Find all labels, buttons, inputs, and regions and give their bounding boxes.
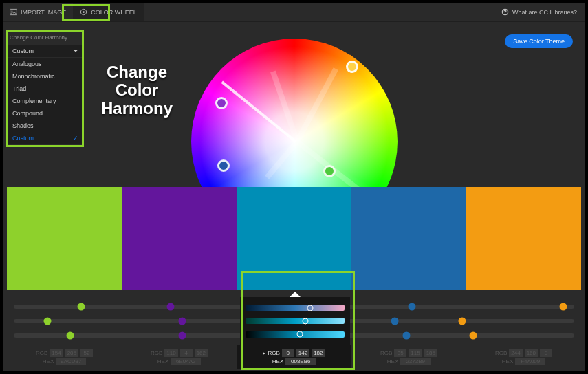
harmony-option-complementary[interactable]: Complementary <box>8 95 83 107</box>
harmony-panel-title: Change Color Harmony <box>8 34 83 45</box>
harmony-option-shades[interactable]: Shades <box>8 120 83 132</box>
harmony-panel: Change Color Harmony Custom AnalogousMon… <box>8 34 83 144</box>
slider-handle[interactable] <box>178 317 186 324</box>
wheel-marker[interactable] <box>215 97 228 109</box>
harmony-select[interactable]: Custom <box>8 45 83 57</box>
save-color-theme-button[interactable]: Save Color Theme <box>505 34 573 48</box>
help-icon <box>501 8 509 16</box>
tab-import-image[interactable]: IMPORT IMAGE <box>3 3 73 21</box>
value-cell-4: RGB2441609HEXF4A009 <box>466 345 581 368</box>
slider-handle[interactable] <box>167 303 175 311</box>
tab-color-wheel[interactable]: COLOR WHEEL <box>73 3 144 21</box>
wheel-marker[interactable] <box>217 160 230 172</box>
color-wheel-icon <box>80 8 87 16</box>
base-color-indicator-icon <box>290 292 301 297</box>
slider-handle[interactable] <box>391 317 399 324</box>
swatch-row <box>7 187 581 290</box>
slider-handle[interactable] <box>43 317 51 324</box>
slider-handle[interactable] <box>297 331 303 338</box>
tab-import-label: IMPORT IMAGE <box>21 9 66 16</box>
slider-handle[interactable] <box>307 305 313 311</box>
harmony-option-monochromatic[interactable]: Monochromatic <box>8 70 83 82</box>
harmony-option-triad[interactable]: Triad <box>8 82 83 95</box>
slider-handle[interactable] <box>459 317 466 324</box>
value-row: RGB15420552HEX9ACD37RGB1104162HEX6E04A2▸… <box>7 345 581 368</box>
slider-handle[interactable] <box>402 331 410 339</box>
image-icon <box>10 8 17 16</box>
svg-point-5 <box>505 14 505 14</box>
slider-handle[interactable] <box>559 303 567 311</box>
tab-color-wheel-label: COLOR WHEEL <box>91 9 137 16</box>
wheel-marker[interactable] <box>323 165 336 177</box>
harmony-select-value: Custom <box>12 47 34 54</box>
base-gradient-slider[interactable] <box>246 331 345 338</box>
harmony-option-analogous[interactable]: Analogous <box>8 58 83 70</box>
harmony-option-compound[interactable]: Compound <box>8 107 83 120</box>
swatch-2[interactable] <box>237 187 351 290</box>
swatch-3[interactable] <box>351 187 466 290</box>
slider-handle[interactable] <box>66 331 74 339</box>
value-cell-0: RGB15420552HEX9ACD37 <box>7 345 122 368</box>
slider-handle[interactable] <box>302 318 308 324</box>
slider-handle[interactable] <box>408 303 415 311</box>
base-color-sliders <box>240 297 350 345</box>
swatch-0[interactable] <box>7 187 122 290</box>
slider-handle[interactable] <box>470 331 477 339</box>
value-cell-1: RGB1104162HEX6E04A2 <box>122 345 237 368</box>
svg-point-3 <box>83 11 85 13</box>
help-label: What are CC Libraries? <box>512 9 577 16</box>
svg-rect-0 <box>10 9 17 14</box>
value-cell-3: RGB35115185HEX2373B9 <box>351 345 466 368</box>
harmony-option-custom[interactable]: Custom <box>8 132 83 144</box>
swatch-1[interactable] <box>122 187 237 290</box>
help-link[interactable]: What are CC Libraries? <box>493 3 585 21</box>
harmony-options: AnalogousMonochromaticTriadComplementary… <box>8 58 83 144</box>
base-gradient-slider[interactable] <box>246 305 345 311</box>
chevron-down-icon <box>73 48 78 54</box>
wheel-marker[interactable] <box>346 60 358 73</box>
slider-handle[interactable] <box>77 303 85 311</box>
svg-point-1 <box>12 10 13 12</box>
value-cell-2: ▸ RGB0142182HEX008EB6 <box>237 345 351 368</box>
base-gradient-slider[interactable] <box>246 318 345 324</box>
slider-handle[interactable] <box>178 331 186 339</box>
swatch-4[interactable] <box>466 187 581 290</box>
annotation-change-color-harmony: Change Color Harmony <box>92 63 182 118</box>
slider-area <box>7 297 581 345</box>
